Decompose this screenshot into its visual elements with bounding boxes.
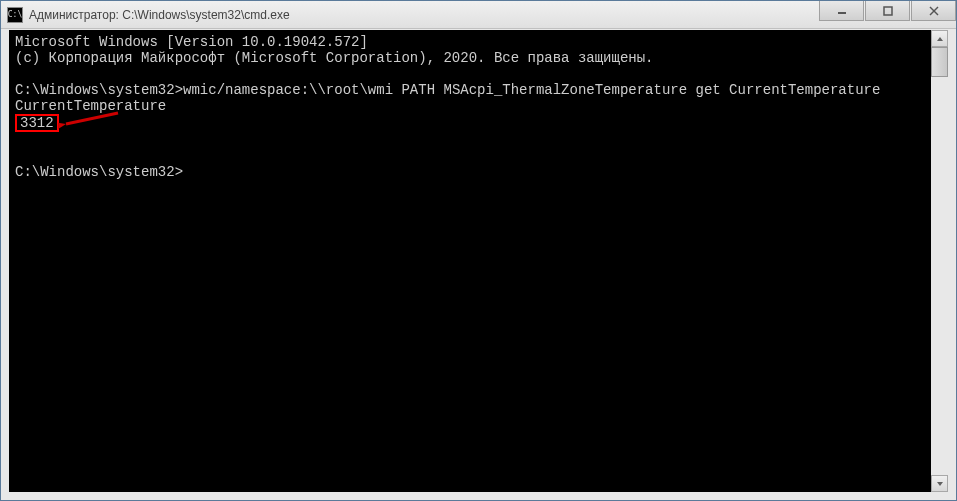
scroll-down-button[interactable] <box>931 475 948 492</box>
titlebar[interactable]: C:\ Администратор: C:\Windows\system32\c… <box>1 1 956 29</box>
copyright-line: (c) Корпорация Майкрософт (Microsoft Cor… <box>15 50 925 66</box>
console-output[interactable]: Microsoft Windows [Version 10.0.19042.57… <box>9 30 931 492</box>
scroll-up-button[interactable] <box>931 30 948 47</box>
maximize-button[interactable] <box>865 1 910 21</box>
command-text: wmic/namespace:\\root\wmi PATH MSAcpi_Th… <box>183 82 880 98</box>
svg-marker-5 <box>937 482 943 486</box>
scroll-thumb[interactable] <box>931 47 948 77</box>
chevron-up-icon <box>936 35 944 43</box>
minimize-button[interactable] <box>819 1 864 21</box>
minimize-icon <box>837 6 847 16</box>
console-area: Microsoft Windows [Version 10.0.19042.57… <box>9 30 948 492</box>
blank-line <box>15 148 925 164</box>
result-header: CurrentTemperature <box>15 98 925 114</box>
scroll-track[interactable] <box>931 47 948 475</box>
window-controls <box>819 1 956 28</box>
vertical-scrollbar[interactable] <box>931 30 948 492</box>
close-button[interactable] <box>911 1 956 21</box>
close-icon <box>929 6 939 16</box>
svg-rect-1 <box>884 7 892 15</box>
chevron-down-icon <box>936 480 944 488</box>
svg-marker-4 <box>937 37 943 41</box>
prompt-line: C:\Windows\system32> <box>15 164 925 180</box>
result-value-line: 3312 <box>15 114 925 132</box>
window-title: Администратор: C:\Windows\system32\cmd.e… <box>29 8 819 22</box>
blank-line <box>15 66 925 82</box>
blank-line <box>15 132 925 148</box>
highlighted-value: 3312 <box>15 114 59 132</box>
prompt-path: C:\Windows\system32> <box>15 164 183 180</box>
prompt-path: C:\Windows\system32> <box>15 82 183 98</box>
maximize-icon <box>883 6 893 16</box>
cmd-window: C:\ Администратор: C:\Windows\system32\c… <box>0 0 957 501</box>
version-line: Microsoft Windows [Version 10.0.19042.57… <box>15 34 925 50</box>
command-line: C:\Windows\system32>wmic/namespace:\\roo… <box>15 82 925 98</box>
cmd-icon: C:\ <box>7 7 23 23</box>
